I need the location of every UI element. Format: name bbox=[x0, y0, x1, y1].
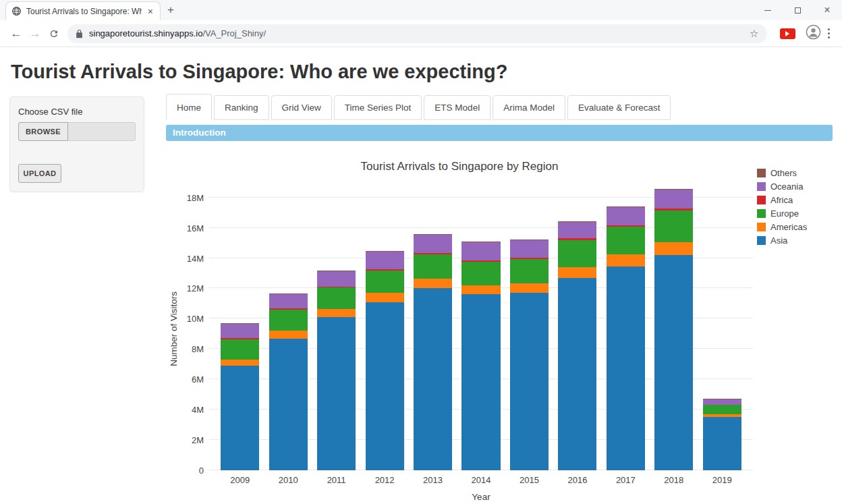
minimize-icon bbox=[764, 10, 771, 11]
bar-segment-2015-oceania[interactable] bbox=[510, 240, 549, 258]
bar-segment-2018-asia[interactable] bbox=[654, 255, 693, 470]
bar-segment-2017-americas[interactable] bbox=[607, 254, 645, 267]
url-path: /VA_Proj_Shiny/ bbox=[202, 28, 266, 38]
browser-address-bar: ← → singaporetourist.shinyapps.io/VA_Pro… bbox=[0, 20, 842, 47]
legend-item-africa[interactable]: Africa bbox=[757, 195, 833, 205]
bar-segment-2016-europe[interactable] bbox=[558, 240, 596, 267]
bar-column-2010 bbox=[264, 187, 312, 470]
upload-button[interactable]: UPLOAD bbox=[18, 164, 61, 183]
legend-item-asia[interactable]: Asia bbox=[757, 235, 833, 246]
bar-segment-2013-oceania[interactable] bbox=[414, 235, 452, 253]
profile-avatar[interactable] bbox=[806, 24, 821, 43]
x-tick-label: 2009 bbox=[216, 475, 264, 485]
browser-tab-title: Tourist Arrivals to Singapore: Wh bbox=[26, 7, 142, 16]
reload-button[interactable] bbox=[45, 24, 63, 43]
legend-label: Europe bbox=[770, 208, 799, 219]
bar-segment-2011-asia[interactable] bbox=[317, 317, 356, 470]
bar-segment-2012-europe[interactable] bbox=[366, 271, 404, 293]
tab-evaluate-forecast[interactable]: Evaluate & Forecast bbox=[567, 95, 671, 120]
bar-segment-2009-europe[interactable] bbox=[221, 339, 259, 360]
bar-segment-2014-americas[interactable] bbox=[461, 285, 500, 295]
tab-ets-model[interactable]: ETS Model bbox=[424, 95, 490, 120]
browser-tab[interactable]: Tourist Arrivals to Singapore: Wh × bbox=[5, 1, 161, 20]
bar-column-2017 bbox=[602, 187, 650, 470]
legend-swatch-icon bbox=[757, 169, 766, 177]
bar-2010 bbox=[269, 293, 308, 470]
bar-segment-2017-asia[interactable] bbox=[607, 267, 645, 470]
window-minimize-button[interactable] bbox=[753, 0, 783, 20]
bar-segment-2016-oceania[interactable] bbox=[558, 222, 596, 239]
bar-segment-2018-americas[interactable] bbox=[654, 242, 693, 255]
new-tab-button[interactable]: + bbox=[167, 3, 174, 17]
x-tick-label: 2017 bbox=[602, 475, 650, 485]
bar-segment-2012-oceania[interactable] bbox=[366, 252, 404, 269]
plot-area bbox=[209, 187, 753, 470]
bar-segment-2013-americas[interactable] bbox=[414, 279, 452, 289]
bar-segment-2019-oceania[interactable] bbox=[703, 399, 741, 405]
legend-label: Oceania bbox=[770, 181, 803, 192]
legend-item-americas[interactable]: Americas bbox=[757, 222, 833, 232]
person-icon bbox=[806, 24, 821, 40]
bar-segment-2010-oceania[interactable] bbox=[269, 294, 308, 308]
tab-grid-view[interactable]: Grid View bbox=[271, 95, 332, 120]
bar-2011 bbox=[317, 271, 356, 470]
legend-swatch-icon bbox=[757, 236, 766, 245]
x-tick-label: 2019 bbox=[698, 475, 746, 485]
url-field[interactable]: singaporetourist.shinyapps.io/VA_Proj_Sh… bbox=[67, 24, 767, 43]
browser-menu-icon[interactable] bbox=[828, 28, 831, 39]
x-tick-label: 2015 bbox=[505, 475, 553, 485]
bar-segment-2019-asia[interactable] bbox=[703, 417, 741, 470]
bar-segment-2011-oceania[interactable] bbox=[317, 271, 356, 286]
bar-column-2016 bbox=[553, 187, 601, 470]
bar-segment-2018-oceania[interactable] bbox=[654, 190, 693, 208]
bar-segment-2018-europe[interactable] bbox=[654, 211, 693, 242]
legend-item-europe[interactable]: Europe bbox=[757, 208, 833, 219]
bar-segment-2015-asia[interactable] bbox=[510, 293, 549, 470]
bar-segment-2014-oceania[interactable] bbox=[461, 242, 500, 260]
bar-2015 bbox=[510, 240, 549, 470]
browse-button[interactable]: BROWSE bbox=[18, 122, 68, 141]
bar-segment-2012-americas[interactable] bbox=[366, 293, 404, 302]
legend-item-oceania[interactable]: Oceania bbox=[757, 181, 833, 192]
bar-segment-2009-americas[interactable] bbox=[221, 360, 259, 366]
bar-segment-2011-europe[interactable] bbox=[317, 287, 356, 308]
tab-home[interactable]: Home bbox=[166, 94, 212, 120]
bar-segment-2009-oceania[interactable] bbox=[221, 324, 259, 338]
bar-segment-2019-europe[interactable] bbox=[703, 405, 741, 414]
bar-segment-2010-asia[interactable] bbox=[269, 339, 308, 470]
bar-segment-2015-europe[interactable] bbox=[510, 259, 549, 283]
bar-segment-2010-europe[interactable] bbox=[269, 310, 308, 331]
bar-segment-2017-oceania[interactable] bbox=[607, 207, 645, 225]
page-title: Tourist Arrivals to Singapore: Who are w… bbox=[11, 61, 833, 83]
tab-arima-model[interactable]: Arima Model bbox=[493, 95, 565, 120]
bar-segment-2011-americas[interactable] bbox=[317, 309, 356, 317]
page-content: Tourist Arrivals to Singapore: Who are w… bbox=[0, 47, 842, 502]
window-close-button[interactable]: × bbox=[812, 0, 842, 20]
bar-segment-2010-americas[interactable] bbox=[269, 331, 308, 338]
tab-time-series-plot[interactable]: Time Series Plot bbox=[334, 95, 422, 120]
reload-icon bbox=[49, 28, 59, 39]
bar-segment-2014-europe[interactable] bbox=[461, 262, 500, 285]
bar-segment-2009-asia[interactable] bbox=[221, 366, 259, 470]
forward-button[interactable]: → bbox=[26, 24, 45, 43]
bar-segment-2016-americas[interactable] bbox=[558, 267, 596, 278]
bookmark-star-icon[interactable]: ☆ bbox=[750, 28, 758, 40]
back-button[interactable]: ← bbox=[7, 24, 26, 43]
bar-segment-2015-americas[interactable] bbox=[510, 283, 549, 293]
youtube-extension-icon[interactable] bbox=[780, 28, 795, 39]
bar-segment-2013-asia[interactable] bbox=[414, 288, 452, 470]
sidebar-panel: Choose CSV file BROWSE UPLOAD bbox=[9, 96, 144, 192]
bar-segment-2016-asia[interactable] bbox=[558, 278, 596, 470]
bar-segment-2013-europe[interactable] bbox=[414, 254, 452, 279]
legend-item-others[interactable]: Others bbox=[757, 168, 833, 178]
tab-ranking[interactable]: Ranking bbox=[214, 95, 269, 120]
chart-title: Tourist Arrivals to Singapore by Region bbox=[166, 160, 753, 173]
legend-swatch-icon bbox=[757, 209, 766, 218]
window-maximize-button[interactable] bbox=[783, 0, 812, 20]
bar-segment-2012-asia[interactable] bbox=[366, 302, 404, 470]
tab-close-icon[interactable]: × bbox=[146, 7, 155, 16]
bar-segment-2014-asia[interactable] bbox=[461, 294, 500, 470]
tab-navigation: Home Ranking Grid View Time Series Plot … bbox=[166, 94, 833, 120]
bar-segment-2017-europe[interactable] bbox=[607, 227, 645, 255]
maximize-icon bbox=[795, 7, 801, 13]
